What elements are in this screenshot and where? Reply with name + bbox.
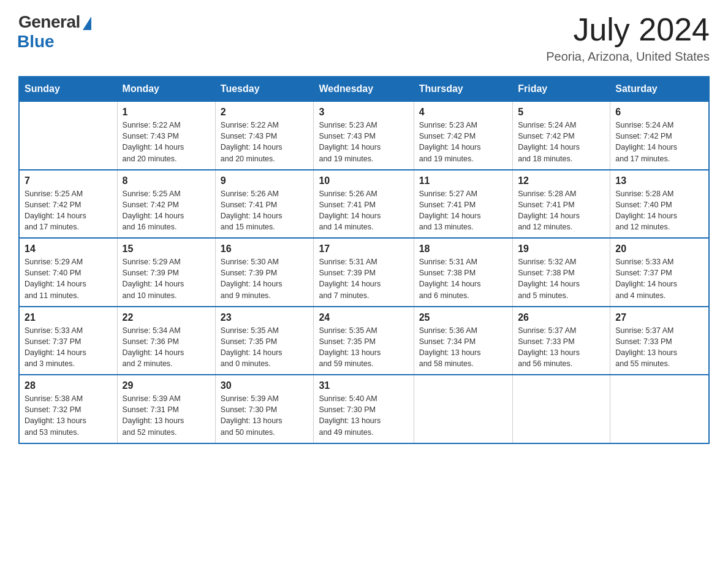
day-number: 28 xyxy=(25,380,112,391)
day-number: 23 xyxy=(221,312,309,323)
calendar-day-cell: 19Sunrise: 5:32 AM Sunset: 7:38 PM Dayli… xyxy=(513,238,610,307)
calendar-day-cell: 6Sunrise: 5:24 AM Sunset: 7:42 PM Daylig… xyxy=(610,101,709,170)
calendar-day-cell: 27Sunrise: 5:37 AM Sunset: 7:33 PM Dayli… xyxy=(610,307,709,375)
day-info: Sunrise: 5:28 AM Sunset: 7:41 PM Dayligh… xyxy=(518,188,605,233)
calendar-day-cell: 7Sunrise: 5:25 AM Sunset: 7:42 PM Daylig… xyxy=(19,170,117,239)
day-number: 12 xyxy=(518,175,605,186)
day-info: Sunrise: 5:33 AM Sunset: 7:37 PM Dayligh… xyxy=(25,325,112,370)
day-number: 13 xyxy=(615,175,703,186)
calendar-day-cell: 26Sunrise: 5:37 AM Sunset: 7:33 PM Dayli… xyxy=(513,307,610,375)
day-info: Sunrise: 5:26 AM Sunset: 7:41 PM Dayligh… xyxy=(221,188,309,233)
day-of-week-header: Friday xyxy=(513,77,610,101)
calendar-day-cell: 11Sunrise: 5:27 AM Sunset: 7:41 PM Dayli… xyxy=(414,170,513,239)
day-number: 25 xyxy=(419,312,508,323)
day-info: Sunrise: 5:25 AM Sunset: 7:42 PM Dayligh… xyxy=(123,188,210,233)
calendar-day-cell: 13Sunrise: 5:28 AM Sunset: 7:40 PM Dayli… xyxy=(610,170,709,239)
calendar-day-cell: 22Sunrise: 5:34 AM Sunset: 7:36 PM Dayli… xyxy=(117,307,215,375)
day-info: Sunrise: 5:26 AM Sunset: 7:41 PM Dayligh… xyxy=(319,188,408,233)
calendar-day-cell xyxy=(19,101,117,170)
day-info: Sunrise: 5:29 AM Sunset: 7:40 PM Dayligh… xyxy=(25,256,112,301)
month-year-title: July 2024 xyxy=(546,12,710,47)
day-info: Sunrise: 5:31 AM Sunset: 7:38 PM Dayligh… xyxy=(419,256,508,301)
day-info: Sunrise: 5:31 AM Sunset: 7:39 PM Dayligh… xyxy=(319,256,408,301)
day-number: 1 xyxy=(123,107,210,118)
day-of-week-header: Wednesday xyxy=(314,77,414,101)
calendar-day-cell: 16Sunrise: 5:30 AM Sunset: 7:39 PM Dayli… xyxy=(215,238,314,307)
calendar-day-cell: 31Sunrise: 5:40 AM Sunset: 7:30 PM Dayli… xyxy=(314,375,414,443)
day-info: Sunrise: 5:36 AM Sunset: 7:34 PM Dayligh… xyxy=(419,325,508,370)
calendar-day-cell: 15Sunrise: 5:29 AM Sunset: 7:39 PM Dayli… xyxy=(117,238,215,307)
calendar-day-cell: 8Sunrise: 5:25 AM Sunset: 7:42 PM Daylig… xyxy=(117,170,215,239)
calendar-week-row: 7Sunrise: 5:25 AM Sunset: 7:42 PM Daylig… xyxy=(19,170,709,239)
day-info: Sunrise: 5:25 AM Sunset: 7:42 PM Dayligh… xyxy=(25,188,112,233)
calendar-day-cell: 4Sunrise: 5:23 AM Sunset: 7:42 PM Daylig… xyxy=(414,101,513,170)
day-number: 26 xyxy=(518,312,605,323)
day-number: 24 xyxy=(319,312,408,323)
day-number: 8 xyxy=(123,175,210,186)
day-info: Sunrise: 5:27 AM Sunset: 7:41 PM Dayligh… xyxy=(419,188,508,233)
calendar-week-row: 14Sunrise: 5:29 AM Sunset: 7:40 PM Dayli… xyxy=(19,238,709,307)
calendar-day-cell: 24Sunrise: 5:35 AM Sunset: 7:35 PM Dayli… xyxy=(314,307,414,375)
calendar-day-cell: 1Sunrise: 5:22 AM Sunset: 7:43 PM Daylig… xyxy=(117,101,215,170)
day-info: Sunrise: 5:39 AM Sunset: 7:31 PM Dayligh… xyxy=(123,393,210,438)
day-number: 7 xyxy=(25,175,112,186)
page-header: General Blue July 2024 Peoria, Arizona, … xyxy=(18,12,710,64)
day-number: 2 xyxy=(221,107,309,118)
day-info: Sunrise: 5:34 AM Sunset: 7:36 PM Dayligh… xyxy=(123,325,210,370)
calendar-week-row: 28Sunrise: 5:38 AM Sunset: 7:32 PM Dayli… xyxy=(19,375,709,443)
day-info: Sunrise: 5:33 AM Sunset: 7:37 PM Dayligh… xyxy=(615,256,703,301)
day-of-week-header: Thursday xyxy=(414,77,513,101)
day-number: 29 xyxy=(123,380,210,391)
calendar-day-cell: 14Sunrise: 5:29 AM Sunset: 7:40 PM Dayli… xyxy=(19,238,117,307)
day-info: Sunrise: 5:24 AM Sunset: 7:42 PM Dayligh… xyxy=(615,120,703,164)
calendar-week-row: 21Sunrise: 5:33 AM Sunset: 7:37 PM Dayli… xyxy=(19,307,709,375)
calendar-day-cell: 12Sunrise: 5:28 AM Sunset: 7:41 PM Dayli… xyxy=(513,170,610,239)
day-number: 3 xyxy=(319,107,408,118)
day-of-week-header: Tuesday xyxy=(215,77,314,101)
calendar-day-cell: 30Sunrise: 5:39 AM Sunset: 7:30 PM Dayli… xyxy=(215,375,314,443)
day-number: 9 xyxy=(221,175,309,186)
day-number: 21 xyxy=(25,312,112,323)
calendar-day-cell: 21Sunrise: 5:33 AM Sunset: 7:37 PM Dayli… xyxy=(19,307,117,375)
calendar-table: SundayMondayTuesdayWednesdayThursdayFrid… xyxy=(18,76,710,444)
day-info: Sunrise: 5:24 AM Sunset: 7:42 PM Dayligh… xyxy=(518,120,605,164)
day-info: Sunrise: 5:28 AM Sunset: 7:40 PM Dayligh… xyxy=(615,188,703,233)
day-number: 19 xyxy=(518,243,605,255)
day-number: 20 xyxy=(615,243,703,255)
day-number: 4 xyxy=(419,107,508,118)
calendar-header-row: SundayMondayTuesdayWednesdayThursdayFrid… xyxy=(19,77,709,101)
calendar-day-cell: 29Sunrise: 5:39 AM Sunset: 7:31 PM Dayli… xyxy=(117,375,215,443)
day-number: 6 xyxy=(615,107,703,118)
calendar-day-cell: 5Sunrise: 5:24 AM Sunset: 7:42 PM Daylig… xyxy=(513,101,610,170)
day-number: 17 xyxy=(319,243,408,255)
day-info: Sunrise: 5:40 AM Sunset: 7:30 PM Dayligh… xyxy=(319,393,408,438)
day-number: 22 xyxy=(123,312,210,323)
day-number: 31 xyxy=(319,380,408,391)
day-info: Sunrise: 5:22 AM Sunset: 7:43 PM Dayligh… xyxy=(221,120,309,164)
calendar-day-cell xyxy=(513,375,610,443)
day-info: Sunrise: 5:38 AM Sunset: 7:32 PM Dayligh… xyxy=(25,393,112,438)
logo-general-text: General xyxy=(18,12,80,32)
day-number: 11 xyxy=(419,175,508,186)
logo: General Blue xyxy=(18,12,91,52)
calendar-day-cell xyxy=(610,375,709,443)
calendar-day-cell: 17Sunrise: 5:31 AM Sunset: 7:39 PM Dayli… xyxy=(314,238,414,307)
calendar-day-cell: 3Sunrise: 5:23 AM Sunset: 7:43 PM Daylig… xyxy=(314,101,414,170)
day-info: Sunrise: 5:23 AM Sunset: 7:42 PM Dayligh… xyxy=(419,120,508,164)
day-number: 15 xyxy=(123,243,210,255)
logo-blue-text: Blue xyxy=(17,32,55,52)
day-number: 14 xyxy=(25,243,112,255)
day-info: Sunrise: 5:23 AM Sunset: 7:43 PM Dayligh… xyxy=(319,120,408,164)
logo-triangle-icon xyxy=(83,17,91,30)
day-info: Sunrise: 5:37 AM Sunset: 7:33 PM Dayligh… xyxy=(615,325,703,370)
day-info: Sunrise: 5:32 AM Sunset: 7:38 PM Dayligh… xyxy=(518,256,605,301)
calendar-day-cell: 23Sunrise: 5:35 AM Sunset: 7:35 PM Dayli… xyxy=(215,307,314,375)
day-of-week-header: Monday xyxy=(117,77,215,101)
day-number: 10 xyxy=(319,175,408,186)
day-info: Sunrise: 5:39 AM Sunset: 7:30 PM Dayligh… xyxy=(221,393,309,438)
day-of-week-header: Sunday xyxy=(19,77,117,101)
location-subtitle: Peoria, Arizona, United States xyxy=(546,50,710,64)
calendar-day-cell: 9Sunrise: 5:26 AM Sunset: 7:41 PM Daylig… xyxy=(215,170,314,239)
day-number: 27 xyxy=(615,312,703,323)
calendar-day-cell: 20Sunrise: 5:33 AM Sunset: 7:37 PM Dayli… xyxy=(610,238,709,307)
